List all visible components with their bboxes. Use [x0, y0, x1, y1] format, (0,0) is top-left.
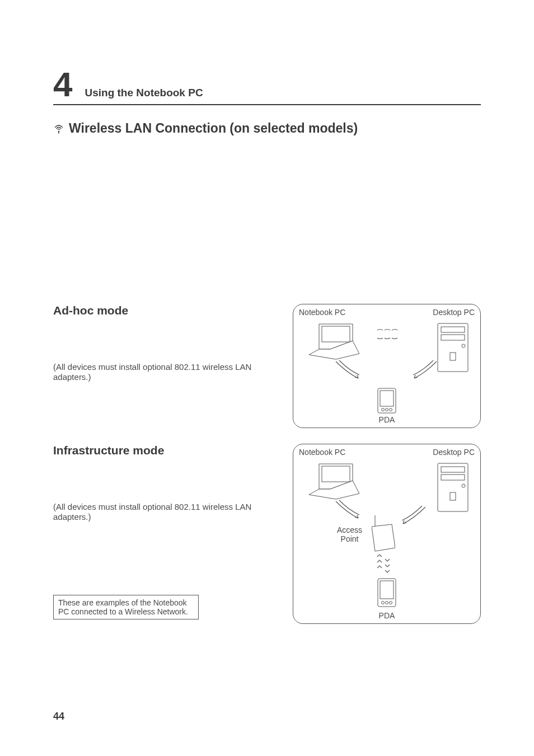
infra-pda-label: PDA [379, 611, 395, 620]
svg-rect-20 [441, 475, 465, 480]
page-number: 44 [53, 711, 64, 722]
svg-rect-9 [450, 353, 456, 360]
desktop-icon [435, 461, 470, 514]
signal-curve-icon [400, 505, 428, 527]
adhoc-desktop-label: Desktop PC [433, 308, 475, 317]
svg-rect-7 [441, 335, 465, 340]
wireless-icon [53, 123, 64, 134]
svg-point-12 [382, 408, 385, 411]
adhoc-mode-block: Ad-hoc mode (All devices must install op… [53, 304, 481, 428]
pda-icon [376, 577, 398, 609]
infra-ap-label: Access Point [337, 525, 362, 543]
infra-diagram: Notebook PC Desktop PC PDA Access Point [293, 444, 481, 624]
section-title: Wireless LAN Connection (on selected mod… [69, 121, 358, 136]
svg-rect-22 [450, 492, 456, 500]
svg-point-8 [462, 344, 465, 348]
pda-icon [376, 387, 398, 415]
svg-point-14 [390, 408, 392, 411]
svg-rect-4 [322, 326, 350, 342]
chapter-header: 4 Using the Notebook PC [53, 67, 481, 105]
infra-desktop-label: Desktop PC [433, 448, 475, 457]
callout-box: These are examples of the Notebook PC co… [53, 595, 199, 619]
chapter-number: 4 [53, 67, 72, 102]
adhoc-pda-label: PDA [379, 415, 395, 424]
svg-point-27 [382, 602, 385, 604]
adhoc-diagram: Notebook PC Desktop PC PDA [293, 304, 481, 428]
svg-rect-6 [441, 327, 465, 332]
infra-note: (All devices must install optional 802.1… [53, 502, 255, 522]
svg-point-21 [462, 484, 465, 487]
infra-notebook-label: Notebook PC [299, 448, 345, 457]
notebook-icon [303, 461, 359, 500]
infrastructure-mode-block: Infrastructure mode (All devices must in… [53, 444, 481, 624]
notebook-icon [303, 321, 359, 360]
svg-point-28 [386, 602, 388, 604]
svg-rect-17 [322, 466, 350, 482]
signal-waves-icon [372, 553, 394, 577]
signal-curve-icon [334, 359, 362, 382]
signal-waves-icon [374, 327, 402, 344]
svg-marker-24 [372, 524, 395, 551]
section-heading-row: Wireless LAN Connection (on selected mod… [53, 121, 481, 136]
svg-rect-26 [380, 581, 394, 599]
desktop-icon [435, 321, 470, 374]
adhoc-heading: Ad-hoc mode [53, 304, 282, 317]
access-point-icon [372, 514, 395, 553]
infra-heading: Infrastructure mode [53, 444, 282, 457]
svg-point-29 [390, 602, 392, 604]
infra-text: Infrastructure mode (All devices must in… [53, 444, 282, 619]
chapter-title: Using the Notebook PC [85, 87, 203, 99]
svg-rect-19 [441, 467, 465, 472]
signal-curve-icon [334, 499, 362, 522]
adhoc-notebook-label: Notebook PC [299, 308, 345, 317]
svg-rect-11 [380, 391, 394, 406]
svg-point-13 [386, 408, 388, 411]
signal-curve-icon [411, 359, 439, 382]
adhoc-text: Ad-hoc mode (All devices must install op… [53, 304, 282, 382]
adhoc-note: (All devices must install optional 802.1… [53, 362, 255, 382]
